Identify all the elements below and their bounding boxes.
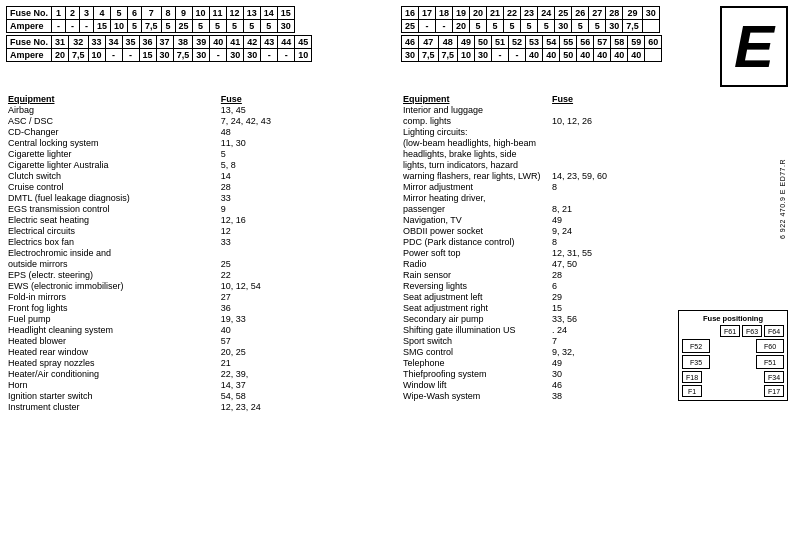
right-table-2: 46474849505152 5354555657585960 307,57,5… — [401, 35, 662, 62]
list-item: Window lift46 — [401, 379, 672, 390]
list-item: Electrical circuits12 — [6, 225, 393, 236]
left-fuse-tables: Fuse No. 1234567 89101112131415 Ampere -… — [6, 6, 393, 87]
list-item: Heated spray nozzles21 — [6, 357, 393, 368]
list-item: Clutch switch14 — [6, 170, 393, 181]
fuse-f1: F1 — [682, 385, 702, 397]
left-table-1: Fuse No. 1234567 89101112131415 Ampere -… — [6, 6, 295, 33]
list-item: Seat adjustment right15 — [401, 302, 672, 313]
list-item: Instrument cluster12, 23, 24 — [6, 401, 393, 412]
fuse-f51: F51 — [756, 355, 784, 369]
list-item: Fuel pump19, 33 — [6, 313, 393, 324]
left-equipment-col: Equipment Fuse Airbag13, 45 ASC / DSC7, … — [6, 93, 393, 548]
list-item: Headlight cleaning system40 — [6, 324, 393, 335]
fuse-f61: F61 — [720, 325, 740, 337]
list-item: comp. lights10, 12, 26 — [401, 115, 672, 126]
side-info: 6 922 470.9 E ED77.R Fuse positioning F6… — [678, 93, 788, 401]
list-item: PDC (Park distance control)8 — [401, 236, 672, 247]
list-item: Reversing lights6 — [401, 280, 672, 291]
list-item: Horn14, 37 — [6, 379, 393, 390]
main-container: Fuse No. 1234567 89101112131415 Ampere -… — [0, 0, 794, 554]
list-item: Rain sensor28 — [401, 269, 672, 280]
list-item: Electric seat heating12, 16 — [6, 214, 393, 225]
list-item: OBDII power socket9, 24 — [401, 225, 672, 236]
list-item: Sport switch7 — [401, 335, 672, 346]
right-section: Equipment Fuse Interior and luggage comp… — [401, 93, 788, 548]
list-item: Electrochromic inside and — [6, 247, 393, 258]
list-item: SMG control9, 32, — [401, 346, 672, 357]
list-item: EPS (electr. steering)22 — [6, 269, 393, 280]
content-section: Equipment Fuse Airbag13, 45 ASC / DSC7, … — [6, 93, 788, 548]
list-item: Mirror heating driver, — [401, 192, 672, 203]
list-item: (low-beam headlights, high-beam — [401, 137, 672, 148]
list-item: Cigarette lighter Australia5, 8 — [6, 159, 393, 170]
list-item: passenger8, 21 — [401, 203, 672, 214]
list-item: Navigation, TV49 — [401, 214, 672, 225]
list-item: Seat adjustment left29 — [401, 291, 672, 302]
list-item: EGS transmission control9 — [6, 203, 393, 214]
right-equipment-table: Equipment Fuse Interior and luggage comp… — [401, 93, 672, 401]
list-item: lights, turn indicators, hazard — [401, 159, 672, 170]
list-item: Telephone49 — [401, 357, 672, 368]
list-item: Secondary air pump33, 56 — [401, 313, 672, 324]
right-equipment-col: Equipment Fuse Interior and luggage comp… — [401, 93, 672, 401]
list-item: ASC / DSC7, 24, 42, 43 — [6, 115, 393, 126]
right-eq-header: Equipment — [401, 93, 550, 104]
list-item: Cruise control28 — [6, 181, 393, 192]
list-item: outside mirrors25 — [6, 258, 393, 269]
list-item: Central locking system11, 30 — [6, 137, 393, 148]
fuse-f64: F64 — [764, 325, 784, 337]
right-table-1: 16171819202122 2324252627282930 25--2055… — [401, 6, 660, 33]
list-item: Power soft top12, 31, 55 — [401, 247, 672, 258]
right-table-group: 16171819202122 2324252627282930 25--2055… — [401, 6, 714, 87]
list-item: Heated rear window20, 25 — [6, 346, 393, 357]
part-number: 6 922 470.9 E ED77.R — [779, 159, 786, 239]
top-section: Fuse No. 1234567 89101112131415 Ampere -… — [6, 6, 788, 87]
left-equipment-table: Equipment Fuse Airbag13, 45 ASC / DSC7, … — [6, 93, 393, 412]
list-item: Cigarette lighter5 — [6, 148, 393, 159]
list-item: warning flashers, rear lights, LWR)14, 2… — [401, 170, 672, 181]
list-item: Interior and luggage — [401, 104, 672, 115]
list-item: Radio47, 50 — [401, 258, 672, 269]
list-item: Shifting gate illumination US. 24 — [401, 324, 672, 335]
list-item: Heated blower57 — [6, 335, 393, 346]
list-item: Mirror adjustment8 — [401, 181, 672, 192]
fuse-f35: F35 — [682, 355, 710, 369]
list-item: headlights, brake lights, side — [401, 148, 672, 159]
right-content: Equipment Fuse Interior and luggage comp… — [401, 93, 788, 401]
fuse-f52: F52 — [682, 339, 710, 353]
list-item: EWS (electronic immobiliser)10, 12, 54 — [6, 280, 393, 291]
fuse-f17: F17 — [764, 385, 784, 397]
list-item: Lighting circuits: — [401, 126, 672, 137]
fuse-f18: F18 — [682, 371, 702, 383]
fuse-positioning-diagram: Fuse positioning F61 F63 F64 F52 F60 — [678, 310, 788, 401]
list-item: Fold-in mirrors27 — [6, 291, 393, 302]
list-item: Front fog lights36 — [6, 302, 393, 313]
list-item: Ignition starter switch54, 58 — [6, 390, 393, 401]
list-item: Airbag13, 45 — [6, 104, 393, 115]
list-item: Thiefproofing system30 — [401, 368, 672, 379]
list-item: Heater/Air conditioning22, 39, — [6, 368, 393, 379]
left-fuse-header: Fuse — [219, 93, 393, 104]
fuse-f63: F63 — [742, 325, 762, 337]
fuse-f34: F34 — [764, 371, 784, 383]
list-item: CD-Changer48 — [6, 126, 393, 137]
fuse-f60: F60 — [756, 339, 784, 353]
list-item: Wipe-Wash system38 — [401, 390, 672, 401]
left-eq-header: Equipment — [6, 93, 219, 104]
list-item: Electrics box fan33 — [6, 236, 393, 247]
left-table-2: Fuse No. 31323334353637 3839404142434445… — [6, 35, 312, 62]
big-e: E — [720, 6, 788, 87]
list-item: DMTL (fuel leakage diagnosis)33 — [6, 192, 393, 203]
fuse-positioning-title: Fuse positioning — [682, 314, 784, 323]
right-fuse-tables: 16171819202122 2324252627282930 25--2055… — [401, 6, 788, 87]
right-fuse-header: Fuse — [550, 93, 672, 104]
